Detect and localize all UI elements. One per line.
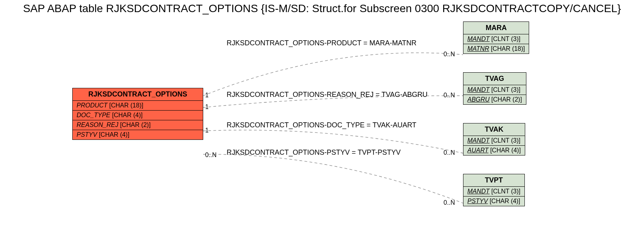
- entity-field: PSTYV [CHAR (4)]: [73, 130, 203, 139]
- field-name: PSTYV: [467, 198, 488, 204]
- cardinality-left: 1: [205, 127, 209, 134]
- entity-field: DOC_TYPE [CHAR (4)]: [73, 111, 203, 120]
- cardinality-right: 0..N: [444, 149, 455, 156]
- entity-field: MATNR [CHAR (18)]: [463, 44, 529, 54]
- relationship-label: RJKSDCONTRACT_OPTIONS-REASON_REJ = TVAG-…: [227, 91, 428, 99]
- field-type: [CHAR (2)]: [490, 96, 522, 103]
- entity-field: PRODUCT [CHAR (18)]: [73, 101, 203, 111]
- cardinality-left: 1: [205, 104, 209, 111]
- field-name: ABGRU: [467, 96, 490, 103]
- field-type: [CLNT (3)]: [490, 86, 521, 93]
- cardinality-left: 1: [205, 92, 209, 99]
- entity-field: ABGRU [CHAR (2)]: [463, 95, 526, 104]
- entity-related-header: TVAG: [463, 73, 526, 85]
- entity-main-header: RJKSDCONTRACT_OPTIONS: [73, 88, 203, 101]
- page-title: SAP ABAP table RJKSDCONTRACT_OPTIONS {IS…: [0, 2, 644, 15]
- entity-related-header: TVAK: [463, 123, 525, 136]
- relationship-label: RJKSDCONTRACT_OPTIONS-PSTYV = TVPT-PSTYV: [227, 148, 401, 157]
- field-type: [CHAR (18)]: [107, 102, 143, 109]
- entity-related: TVAK MANDT [CLNT (3)]AUART [CHAR (4)]: [463, 123, 525, 156]
- entity-field: REASON_REJ [CHAR (2)]: [73, 120, 203, 130]
- diagram-stage: SAP ABAP table RJKSDCONTRACT_OPTIONS {IS…: [0, 0, 644, 227]
- field-type: [CHAR (4)]: [97, 131, 129, 138]
- field-name: MANDT: [467, 86, 490, 93]
- entity-field: MANDT [CLNT (3)]: [463, 85, 526, 95]
- relationship-label: RJKSDCONTRACT_OPTIONS-PRODUCT = MARA-MAT…: [227, 39, 417, 47]
- entity-related: TVAG MANDT [CLNT (3)]ABGRU [CHAR (2)]: [463, 72, 526, 105]
- field-name: PSTYV: [77, 131, 97, 138]
- cardinality-right: 0..N: [444, 92, 455, 99]
- cardinality-left: 0..N: [205, 152, 216, 159]
- field-name: PRODUCT: [77, 102, 107, 109]
- entity-related-header: MARA: [463, 22, 529, 34]
- entity-related: MARA MANDT [CLNT (3)]MATNR [CHAR (18)]: [463, 21, 529, 54]
- field-name: DOC_TYPE: [77, 112, 110, 118]
- field-name: MANDT: [467, 188, 490, 195]
- field-name: MANDT: [467, 36, 490, 42]
- field-type: [CHAR (4)]: [488, 198, 520, 204]
- entity-field: MANDT [CLNT (3)]: [463, 34, 529, 44]
- field-type: [CHAR (2)]: [118, 122, 151, 128]
- field-name: AUART: [467, 147, 488, 154]
- relationship-label: RJKSDCONTRACT_OPTIONS-DOC_TYPE = TVAK-AU…: [227, 121, 417, 129]
- field-type: [CHAR (18)]: [489, 45, 525, 52]
- cardinality-right: 0..N: [444, 51, 455, 58]
- entity-main: RJKSDCONTRACT_OPTIONS PRODUCT [CHAR (18)…: [72, 88, 203, 140]
- entity-related: TVPT MANDT [CLNT (3)]PSTYV [CHAR (4)]: [463, 174, 525, 206]
- field-type: [CHAR (4)]: [110, 112, 143, 118]
- field-type: [CLNT (3)]: [490, 137, 521, 144]
- entity-field: MANDT [CLNT (3)]: [463, 187, 524, 197]
- entity-field: MANDT [CLNT (3)]: [463, 136, 525, 146]
- field-name: MATNR: [467, 45, 489, 52]
- field-type: [CLNT (3)]: [490, 36, 521, 42]
- entity-field: AUART [CHAR (4)]: [463, 146, 525, 155]
- field-name: REASON_REJ: [77, 122, 118, 128]
- entity-related-header: TVPT: [463, 174, 524, 187]
- field-type: [CHAR (4)]: [488, 147, 521, 154]
- cardinality-right: 0..N: [444, 199, 455, 206]
- field-name: MANDT: [467, 137, 490, 144]
- entity-field: PSTYV [CHAR (4)]: [463, 197, 524, 206]
- field-type: [CLNT (3)]: [490, 188, 521, 195]
